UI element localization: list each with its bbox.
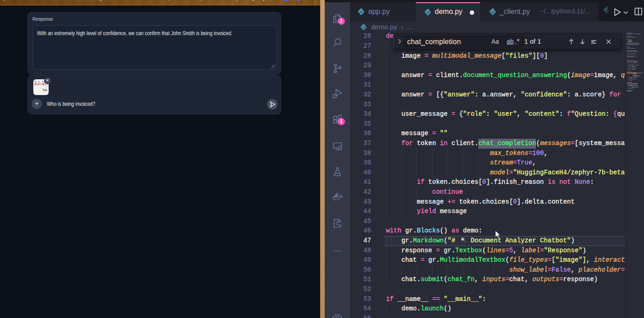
svg-text:Sum: Sum <box>43 89 48 91</box>
